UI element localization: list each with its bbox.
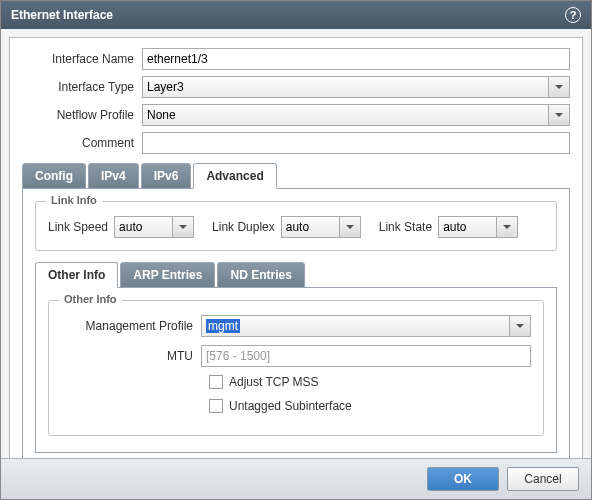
link-duplex-select[interactable]	[281, 216, 361, 238]
other-info-fieldset: Other Info Management Profile mgmt MTU A…	[48, 300, 544, 436]
subtab-other-info[interactable]: Other Info	[35, 262, 118, 288]
interface-type-select[interactable]	[142, 76, 570, 98]
link-info-fieldset: Link Info Link Speed Link Duplex Link St…	[35, 201, 557, 251]
help-icon[interactable]: ?	[565, 7, 581, 23]
ethernet-interface-dialog: Ethernet Interface ? Interface Name Inte…	[0, 0, 592, 500]
link-state-label: Link State	[379, 220, 432, 234]
interface-name-input[interactable]	[142, 48, 570, 70]
main-tabs: Config IPv4 IPv6 Advanced	[22, 163, 570, 189]
tab-config[interactable]: Config	[22, 163, 86, 189]
adjust-tcp-mss-label: Adjust TCP MSS	[229, 375, 319, 389]
comment-input[interactable]	[142, 132, 570, 154]
management-profile-value: mgmt	[206, 319, 240, 333]
dialog-titlebar: Ethernet Interface ?	[1, 1, 591, 29]
adjust-tcp-mss-checkbox[interactable]	[209, 375, 223, 389]
management-profile-label: Management Profile	[61, 319, 201, 333]
netflow-profile-label: Netflow Profile	[22, 108, 142, 122]
mtu-input[interactable]	[201, 345, 531, 367]
untagged-subinterface-label: Untagged Subinterface	[229, 399, 352, 413]
main-panel: Interface Name Interface Type Netflow Pr…	[9, 37, 583, 458]
subtab-other-content: Other Info Management Profile mgmt MTU A…	[35, 287, 557, 453]
interface-name-label: Interface Name	[22, 52, 142, 66]
untagged-subinterface-checkbox[interactable]	[209, 399, 223, 413]
link-info-legend: Link Info	[46, 194, 102, 206]
link-speed-label: Link Speed	[48, 220, 108, 234]
link-duplex-label: Link Duplex	[212, 220, 275, 234]
netflow-profile-select[interactable]	[142, 104, 570, 126]
ok-button[interactable]: OK	[427, 467, 499, 491]
sub-tabs: Other Info ARP Entries ND Entries	[35, 262, 557, 288]
dialog-title: Ethernet Interface	[11, 8, 113, 22]
tab-ipv4[interactable]: IPv4	[88, 163, 139, 189]
dialog-footer: OK Cancel	[1, 458, 591, 499]
tab-advanced[interactable]: Advanced	[193, 163, 276, 189]
management-profile-select[interactable]: mgmt	[201, 315, 531, 337]
comment-label: Comment	[22, 136, 142, 150]
dialog-body: Interface Name Interface Type Netflow Pr…	[1, 29, 591, 458]
mtu-label: MTU	[61, 349, 201, 363]
subtab-nd-entries[interactable]: ND Entries	[217, 262, 304, 288]
interface-type-label: Interface Type	[22, 80, 142, 94]
tab-advanced-content: Link Info Link Speed Link Duplex Link St…	[22, 188, 570, 458]
other-info-legend: Other Info	[59, 293, 122, 305]
tab-ipv6[interactable]: IPv6	[141, 163, 192, 189]
link-speed-select[interactable]	[114, 216, 194, 238]
link-state-select[interactable]	[438, 216, 518, 238]
cancel-button[interactable]: Cancel	[507, 467, 579, 491]
subtab-arp-entries[interactable]: ARP Entries	[120, 262, 215, 288]
